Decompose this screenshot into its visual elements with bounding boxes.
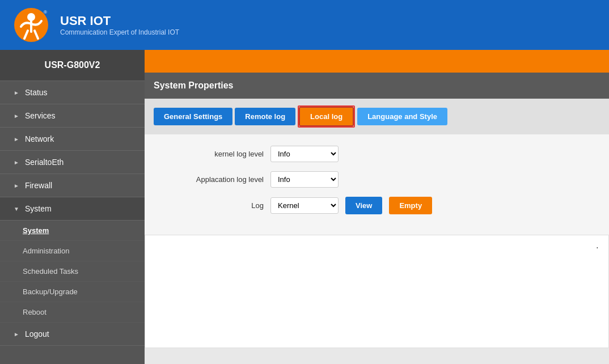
device-name: USR-G800V2 — [0, 50, 145, 81]
sidebar-label-system: System — [25, 204, 52, 213]
sidebar-subitem-scheduled-tasks[interactable]: Scheduled Tasks — [0, 261, 145, 282]
sidebar-label-firewall: Firewall — [25, 181, 52, 190]
sidebar-sublabel-backup-upgrade: Backup/Upgrade — [23, 287, 78, 296]
tab-local-log[interactable]: Local log — [299, 107, 354, 126]
tab-remote-log[interactable]: Remote log — [235, 108, 295, 125]
empty-button[interactable]: Empty — [389, 197, 432, 214]
app-log-row: Applacation log level Info Emergency Ale… — [162, 171, 592, 188]
sidebar-label-logout: Logout — [25, 329, 49, 338]
log-output: . — [145, 235, 609, 348]
main-layout: USR-G800V2 ► Status ► Services ► Network… — [0, 50, 609, 364]
section-title: System Properties — [154, 81, 234, 90]
log-row: Log Kernel System View Empty — [162, 197, 592, 214]
view-button[interactable]: View — [345, 197, 382, 214]
sidebar-subitem-administration[interactable]: Administration — [0, 241, 145, 261]
chevron-right-icon: ► — [14, 159, 19, 166]
chevron-down-icon: ▼ — [14, 206, 19, 212]
sidebar-item-firewall[interactable]: ► Firewall — [0, 174, 145, 197]
chevron-right-icon: ► — [14, 90, 19, 96]
kernel-log-row: kernel log level Info Emergency Alert Cr… — [162, 146, 592, 162]
sidebar-subitem-system[interactable]: System — [0, 221, 145, 241]
sidebar-sublabel-reboot: Reboot — [23, 308, 46, 316]
sidebar-label-status: Status — [25, 88, 48, 97]
sidebar-subitem-reboot[interactable]: Reboot — [0, 302, 145, 323]
sidebar-label-services: Services — [25, 111, 56, 120]
brand-name: USR IOT — [60, 14, 179, 28]
sidebar-item-system[interactable]: ▼ System — [0, 197, 145, 221]
sidebar: USR-G800V2 ► Status ► Services ► Network… — [0, 50, 145, 364]
form-area: kernel log level Info Emergency Alert Cr… — [145, 134, 609, 235]
sidebar-item-serialtoeth[interactable]: ► SerialtoEth — [0, 151, 145, 174]
log-select[interactable]: Kernel System — [270, 197, 339, 214]
chevron-right-icon: ► — [14, 331, 19, 337]
chevron-right-icon: ► — [14, 183, 19, 189]
chevron-right-icon: ► — [14, 136, 19, 142]
tab-language-and-style[interactable]: Language and Style — [357, 108, 447, 125]
app-header: ® USR IOT Communication Expert of Indust… — [0, 0, 609, 50]
tab-general-settings[interactable]: General Settings — [154, 108, 232, 125]
brand-tagline: Communication Expert of Industrial IOT — [60, 28, 179, 36]
tab-local-log-wrapper: Local log — [298, 105, 355, 128]
sidebar-sublabel-system: System — [23, 226, 49, 235]
top-bar — [145, 50, 609, 73]
log-dot: . — [595, 242, 599, 250]
log-label: Log — [162, 201, 264, 210]
sidebar-label-serialtoeth: SerialtoEth — [25, 158, 64, 167]
sidebar-item-network[interactable]: ► Network — [0, 128, 145, 151]
tabs-bar: General Settings Remote log Local log La… — [145, 99, 609, 134]
kernel-log-select[interactable]: Info Emergency Alert Critical Error Warn… — [270, 146, 339, 162]
chevron-right-icon: ► — [14, 113, 19, 119]
app-log-label: Applacation log level — [162, 175, 264, 184]
kernel-log-label: kernel log level — [162, 150, 264, 158]
sidebar-sublabel-scheduled-tasks: Scheduled Tasks — [23, 267, 78, 276]
sidebar-sublabel-administration: Administration — [23, 247, 69, 255]
sidebar-item-logout[interactable]: ► Logout — [0, 323, 145, 346]
section-header: System Properties — [145, 73, 609, 99]
svg-point-1 — [27, 13, 35, 21]
brand-text: USR IOT Communication Expert of Industri… — [60, 14, 179, 36]
sidebar-item-status[interactable]: ► Status — [0, 81, 145, 104]
sidebar-item-services[interactable]: ► Services — [0, 104, 145, 128]
sidebar-subitem-backup-upgrade[interactable]: Backup/Upgrade — [0, 282, 145, 302]
sidebar-label-network: Network — [25, 134, 54, 143]
app-log-select[interactable]: Info Emergency Alert Critical Error Warn… — [270, 171, 339, 188]
main-content: System Properties General Settings Remot… — [145, 50, 609, 364]
logo: ® — [11, 5, 51, 45]
svg-text:®: ® — [44, 10, 47, 15]
